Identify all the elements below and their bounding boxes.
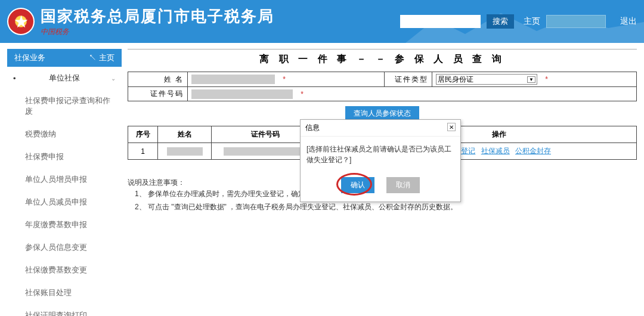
- page-title: 离 职 一 件 事 － － 参 保 人 员 查 询: [128, 49, 637, 72]
- op-insurance-reduce-link[interactable]: 社保减员: [481, 147, 510, 155]
- required-mark: *: [301, 90, 304, 98]
- sidebar-item[interactable]: 参保人员信息变更: [7, 236, 122, 259]
- idno-label: 证件号码: [128, 87, 188, 101]
- sidebar: 社保业务 ↖ 主页 单位社保 ⌄ 社保费申报记录查询和作废 税费缴纳 社保费申报…: [7, 49, 122, 316]
- sidebar-item[interactable]: 社保缴费基数变更: [7, 259, 122, 281]
- cancel-button[interactable]: 取消: [386, 177, 420, 193]
- required-mark: *: [545, 75, 548, 83]
- sidebar-title: 社保业务: [14, 52, 45, 63]
- home-label[interactable]: 主页: [524, 16, 540, 27]
- sidebar-item[interactable]: 单位人员减员申报: [7, 191, 122, 213]
- sidebar-item[interactable]: 社保账目处理: [7, 281, 122, 304]
- masked-idno: [224, 147, 307, 156]
- sidebar-item[interactable]: 社保费申报记录查询和作废: [7, 89, 122, 123]
- query-form: 姓 名 * 证件类型 居民身份证 ▼ * 证件号码 *: [128, 72, 637, 101]
- idno-input[interactable]: [191, 89, 293, 99]
- app-header: ★ 国家税务总局厦门市电子税务局 中国税务 搜索 主页 退出: [0, 0, 644, 43]
- sidebar-item[interactable]: 单位人员增员申报: [7, 168, 122, 191]
- sidebar-item[interactable]: 社保费申报: [7, 145, 122, 168]
- op-fund-seal-link[interactable]: 公积金封存: [515, 147, 551, 155]
- modal-body: [选择前往社保减员之前请确认是否已为该员工做失业登记？]: [301, 137, 460, 172]
- idtype-label: 证件类型: [385, 72, 432, 87]
- confirm-button[interactable]: 确认: [341, 177, 374, 193]
- logout-link[interactable]: 退出: [620, 16, 637, 27]
- search-button[interactable]: 搜索: [487, 14, 514, 29]
- dropdown-arrow-icon: ▼: [527, 76, 535, 83]
- modal-title: 信息: [305, 123, 320, 133]
- sidebar-parent-item[interactable]: 单位社保 ⌄: [7, 67, 122, 89]
- close-icon[interactable]: ✕: [447, 123, 456, 131]
- emblem-logo: ★: [7, 8, 35, 35]
- header-title: 国家税务总局厦门市电子税务局: [41, 6, 274, 27]
- idtype-select[interactable]: 居民身份证 ▼: [436, 74, 537, 85]
- name-label: 姓 名: [128, 72, 188, 87]
- sidebar-item[interactable]: 年度缴费基数申报: [7, 213, 122, 236]
- chevron-down-icon: ⌄: [111, 75, 116, 82]
- sidebar-home-link[interactable]: ↖ 主页: [89, 52, 114, 63]
- sidebar-item[interactable]: 税费缴纳: [7, 123, 122, 145]
- user-info-box: [546, 15, 606, 28]
- search-input[interactable]: [400, 15, 481, 28]
- masked-name: [167, 147, 203, 156]
- sidebar-children: 社保费申报记录查询和作废 税费缴纳 社保费申报 单位人员增员申报 单位人员减员申…: [7, 89, 122, 316]
- required-mark: *: [283, 75, 286, 83]
- confirm-modal: 信息 ✕ [选择前往社保减员之前请确认是否已为该员工做失业登记？] 确认 取消: [300, 119, 461, 202]
- header-script: 中国税务: [41, 27, 274, 37]
- name-input[interactable]: [191, 75, 275, 84]
- sidebar-item[interactable]: 社保证明查询打印: [7, 304, 122, 316]
